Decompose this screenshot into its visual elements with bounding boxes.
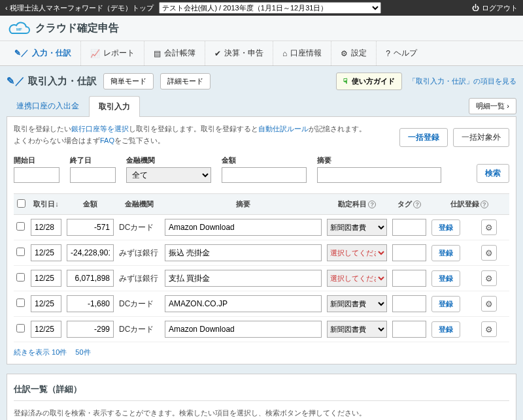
logout-link[interactable]: ⏻ ログアウト <box>472 3 518 13</box>
faq-link[interactable]: FAQ <box>100 137 114 144</box>
row-memo-input[interactable] <box>165 270 322 287</box>
show-more-10-link[interactable]: 続きを表示 10件 <box>14 348 67 356</box>
row-settings-button[interactable]: ⚙ <box>481 296 497 312</box>
row-register-button[interactable]: 登録 <box>431 270 460 287</box>
row-institution: DCカード <box>116 317 162 342</box>
row-date-input[interactable] <box>31 270 61 287</box>
row-account-select[interactable]: 選択してください <box>327 270 387 287</box>
row-date-input[interactable] <box>31 219 61 236</box>
search-button[interactable]: 検索 <box>477 164 509 183</box>
row-tag-input[interactable] <box>392 321 426 338</box>
row-account-select[interactable]: 新聞図書費 <box>327 321 387 338</box>
help-icon[interactable]: ? <box>413 201 421 208</box>
nav-settlement[interactable]: ✔決算・申告 <box>205 41 273 65</box>
pointer-icon: ☟ <box>343 77 348 86</box>
row-institution: みずほ銀行 <box>116 240 162 266</box>
detail-list-button[interactable]: 明細一覧 › <box>469 98 516 114</box>
row-tag-input[interactable] <box>392 270 426 287</box>
row-memo-input[interactable] <box>165 295 322 312</box>
row-amount-input[interactable] <box>67 295 114 312</box>
row-date-input[interactable] <box>31 295 61 312</box>
row-amount-input[interactable] <box>67 270 114 287</box>
row-checkbox[interactable] <box>16 324 25 332</box>
row-amount-input[interactable] <box>67 219 114 236</box>
row-account-select[interactable]: 新聞図書費 <box>327 219 387 236</box>
row-institution: DCカード <box>116 291 162 317</box>
row-checkbox[interactable] <box>16 273 25 282</box>
brand-logo: MF クラウド確定申告 <box>8 21 515 35</box>
journal-list-title: 仕訳一覧（詳細） <box>14 381 509 401</box>
row-settings-button[interactable]: ⚙ <box>481 219 497 235</box>
nav-input[interactable]: ✎／入力・仕訳 <box>5 41 81 65</box>
row-tag-input[interactable] <box>392 219 426 236</box>
row-date-input[interactable] <box>31 244 61 261</box>
table-row: DCカード新聞図書費登録⚙ <box>14 215 509 240</box>
mode-simple-button[interactable]: 簡単モード <box>103 73 154 89</box>
row-account-select[interactable]: 新聞図書費 <box>327 295 387 312</box>
row-memo-input[interactable] <box>165 321 322 338</box>
power-icon: ⏻ <box>472 4 479 12</box>
row-amount-input[interactable] <box>67 321 114 338</box>
table-row: DCカード新聞図書費登録⚙ <box>14 317 509 342</box>
journal-desc: 登録済みの取引を検索・表示することができます。検索したい項目を選択し、検索ボタン… <box>14 408 509 419</box>
gear-icon: ⚙ <box>485 299 493 309</box>
show-more-50-link[interactable]: 50件 <box>75 348 90 356</box>
pencil-icon: ✎／ <box>14 48 29 59</box>
check-icon: ✔ <box>214 49 221 58</box>
row-register-button[interactable]: 登録 <box>431 219 460 236</box>
row-account-select[interactable]: 選択してください <box>327 244 387 261</box>
table-row: みずほ銀行選択してください登録⚙ <box>14 266 509 291</box>
row-memo-input[interactable] <box>165 244 322 261</box>
row-memo-input[interactable] <box>165 219 322 236</box>
row-tag-input[interactable] <box>392 295 426 312</box>
row-settings-button[interactable]: ⚙ <box>481 321 497 337</box>
tab-transaction-input[interactable]: 取引入力 <box>89 96 140 117</box>
row-settings-button[interactable]: ⚙ <box>481 245 497 261</box>
table-row: DCカード新聞図書費登録⚙ <box>14 291 509 317</box>
nav-help[interactable]: ?ヘルプ <box>377 41 426 65</box>
back-link[interactable]: ‹ 税理士法人マネーフォワード（デモ）トップ <box>5 3 154 13</box>
filter-inst-select[interactable]: 全て <box>126 167 211 183</box>
gear-icon: ⚙ <box>485 248 493 258</box>
row-tag-input[interactable] <box>392 244 426 261</box>
filter-end-input[interactable] <box>70 167 116 183</box>
gear-icon: ⚙ <box>485 274 493 283</box>
guide-link[interactable]: 「取引入力・仕訳」の項目を見る <box>409 76 516 86</box>
book-icon: ▤ <box>154 49 161 58</box>
guide-button[interactable]: ☟ 使い方ガイド <box>336 73 402 90</box>
gear-icon: ⚙ <box>485 223 493 233</box>
label-inst: 金融機関 <box>126 155 211 165</box>
company-select[interactable]: テスト会社(個人) / 2013年度（1月1日～12月31日） <box>159 2 381 14</box>
filter-start-input[interactable] <box>14 167 59 183</box>
nav-report[interactable]: 📈レポート <box>81 41 144 65</box>
row-settings-button[interactable]: ⚙ <box>481 270 497 286</box>
row-checkbox[interactable] <box>16 248 25 256</box>
row-date-input[interactable] <box>31 321 61 338</box>
bulk-exclude-button[interactable]: 一括対象外 <box>453 128 509 147</box>
filter-memo-input[interactable] <box>317 167 441 183</box>
svg-text:MF: MF <box>16 27 22 31</box>
row-register-button[interactable]: 登録 <box>431 321 460 338</box>
gear-icon: ⚙ <box>485 325 493 334</box>
mode-detail-button[interactable]: 詳細モード <box>160 73 211 89</box>
nav-settings[interactable]: ⚙設定 <box>331 41 377 65</box>
chart-icon: 📈 <box>90 49 100 58</box>
auto-rule-link[interactable]: 自動仕訳ルール <box>258 125 309 133</box>
select-account-link[interactable]: 銀行口座等を選択 <box>71 125 129 133</box>
row-register-button[interactable]: 登録 <box>431 296 460 312</box>
filter-amount-input[interactable] <box>222 167 307 183</box>
help-icon[interactable]: ? <box>481 201 488 208</box>
row-checkbox[interactable] <box>16 222 25 231</box>
nav-ledger[interactable]: ▤会計帳簿 <box>144 41 205 65</box>
select-all-checkbox[interactable] <box>17 199 25 208</box>
row-register-button[interactable]: 登録 <box>431 245 460 261</box>
label-end: 終了日 <box>70 155 116 165</box>
row-amount-input[interactable] <box>67 244 114 261</box>
row-institution: DCカード <box>116 215 162 240</box>
nav-account[interactable]: ⌂口座情報 <box>273 41 331 65</box>
tab-linked-accounts[interactable]: 連携口座の入出金 <box>7 95 89 116</box>
row-checkbox[interactable] <box>16 299 25 307</box>
sort-down-icon[interactable]: ↓ <box>55 200 59 208</box>
bulk-register-button[interactable]: 一括登録 <box>399 128 448 147</box>
help-icon[interactable]: ? <box>368 201 376 208</box>
